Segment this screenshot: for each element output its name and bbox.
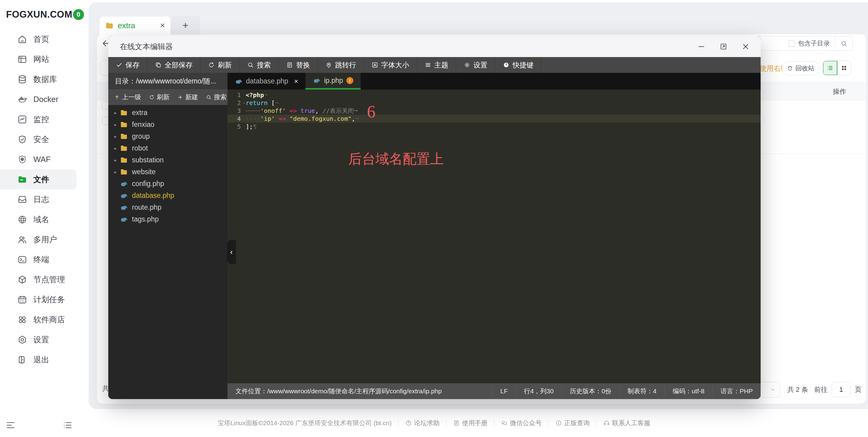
editor-tab-ip.php[interactable]: ip.php! — [305, 73, 361, 90]
new-tab-button[interactable]: + — [171, 16, 200, 35]
caret-right-icon[interactable]: ▸ — [114, 134, 120, 139]
sidebar-item-label: 软件商店 — [33, 314, 65, 325]
tree-item-fenxiao[interactable]: ▸fenxiao — [108, 119, 227, 130]
footer-link-service[interactable]: 联系人工客服 — [603, 419, 650, 427]
tab-extra[interactable]: extra × — [99, 16, 171, 35]
users-icon — [17, 235, 27, 244]
sidebar-item-logout[interactable]: 退出 — [0, 350, 82, 370]
recycle-bin-button[interactable]: 回收站 — [782, 61, 819, 75]
dialog-titlebar: 在线文本编辑器 — [108, 36, 761, 57]
footer-link-label: 正版查询 — [564, 419, 590, 427]
tree-item-website[interactable]: ▸website — [108, 166, 227, 178]
close-tab-icon[interactable]: × — [160, 21, 165, 30]
editor-toolbar-theme-button[interactable]: 主题 — [417, 57, 456, 73]
sidebar-item-domain[interactable]: 域名 — [0, 209, 82, 229]
code-token: [ — [271, 99, 275, 107]
footer-link-manual[interactable]: 使用手册 — [453, 419, 487, 427]
footer-link-license[interactable]: 正版查询 — [555, 419, 590, 427]
close-icon[interactable] — [742, 42, 750, 51]
tree-item-name: database.php — [132, 192, 174, 200]
sidebar-item-settings[interactable]: 设置 — [0, 329, 82, 350]
collapse-tree-handle[interactable]: ‹ — [227, 240, 236, 264]
minimize-icon[interactable] — [697, 42, 706, 51]
editor-toolbar-check-button[interactable]: 保存 — [108, 57, 147, 73]
list-mode-icon[interactable] — [61, 420, 74, 430]
code-area[interactable]: 1<?php¬2▾return [¬3────'onoff' => true, … — [227, 90, 761, 383]
sidebar-item-terminal[interactable]: 终端 — [0, 250, 82, 269]
sidebar-item-database[interactable]: 数据库 — [0, 69, 82, 89]
tree-item-database.php[interactable]: database.php — [108, 190, 227, 202]
tree-item-tags.php[interactable]: tags.php — [108, 213, 227, 225]
page-unit: 页 — [855, 385, 861, 394]
collapse-sidebar-icon[interactable] — [4, 420, 17, 430]
tree-item-name: route.php — [132, 203, 161, 211]
ops-column-header: 操作 — [833, 82, 846, 101]
sidebar-item-docker[interactable]: Docker — [0, 89, 82, 109]
tree-item-name: substation — [132, 156, 164, 164]
close-file-icon[interactable]: × — [294, 77, 298, 86]
sidebar-item-users[interactable]: 多用户 — [0, 229, 82, 250]
editor-toolbar-refresh-button[interactable]: 刷新 — [200, 57, 240, 73]
editor-toolbar-saveall-button[interactable]: 全部保存 — [147, 57, 200, 73]
monitor-icon — [17, 114, 27, 124]
refresh-icon — [208, 62, 215, 68]
code-token — [297, 107, 301, 114]
editor-toolbar-replace-button[interactable]: 替换 — [279, 57, 318, 73]
sidebar-item-nodes[interactable]: 节点管理 — [0, 269, 82, 290]
trash-icon — [787, 65, 793, 71]
editor-toolbar: 保存全部保存刷新搜索替换跳转行字体大小主题设置快捷键 — [108, 57, 761, 73]
sidebar-item-cron[interactable]: 计划任务 — [0, 290, 82, 310]
toolbar-button-label: 快捷键 — [513, 60, 533, 70]
sidebar-item-files[interactable]: 文件 — [0, 169, 76, 190]
tree-item-name: extra — [132, 109, 147, 117]
tree-item-group[interactable]: ▸group — [108, 130, 227, 142]
sidebar-item-waf[interactable]: WAF — [0, 149, 82, 169]
caret-right-icon[interactable]: ▸ — [114, 146, 120, 151]
caret-right-icon[interactable]: ▸ — [114, 169, 120, 175]
status-segment: 编码：utf-8 — [664, 386, 712, 396]
sidebar-item-label: 计划任务 — [33, 294, 65, 305]
tree-item-config.php[interactable]: config.php — [108, 178, 227, 190]
tree-item-extra[interactable]: ▸extra — [108, 107, 227, 119]
list-view-button[interactable] — [823, 61, 837, 75]
logo: FOGXUN.COM 0 — [0, 0, 82, 29]
editor-toolbar-font-size-button[interactable]: 字体大小 — [364, 57, 417, 73]
sidebar-item-home[interactable]: 首页 — [0, 29, 82, 49]
total-count: 共 2 条 — [787, 385, 808, 394]
tree-item-robot[interactable]: ▸robot — [108, 142, 227, 154]
tree-toolbar-search-button[interactable]: 搜索 — [202, 93, 230, 101]
tree-toolbar-plus-button[interactable]: 新建 — [174, 93, 202, 101]
footer-link-label: 使用手册 — [462, 419, 487, 427]
footer-link-question[interactable]: 论坛求助 — [405, 419, 439, 427]
fold-caret-icon[interactable]: ▾ — [243, 99, 245, 107]
tree-item-route.php[interactable]: route.php — [108, 202, 227, 213]
sidebar-item-security[interactable]: 安全 — [0, 129, 82, 149]
sidebar-item-logs[interactable]: 日志 — [0, 190, 82, 209]
include-subdir-checkbox[interactable] — [788, 40, 795, 47]
php-icon — [235, 78, 243, 85]
caret-right-icon[interactable]: ▸ — [114, 110, 120, 116]
search-button[interactable] — [835, 36, 852, 50]
hotkey-icon — [503, 62, 509, 68]
sidebar-item-monitor[interactable]: 监控 — [0, 109, 82, 129]
editor-toolbar-hotkey-button[interactable]: 快捷键 — [495, 57, 541, 73]
caret-right-icon[interactable]: ▸ — [114, 122, 120, 127]
code-line-2: 2▾return [¬ — [227, 99, 761, 107]
tree-toolbar-arrow-up-button[interactable]: 上一级 — [110, 93, 145, 101]
editor-toolbar-gear-button[interactable]: 设置 — [456, 57, 495, 73]
code-token: true — [301, 107, 315, 114]
maximize-icon[interactable] — [719, 42, 727, 51]
editor-tab-database.php[interactable]: database.php× — [227, 73, 305, 90]
editor-toolbar-search-button[interactable]: 搜索 — [240, 57, 279, 73]
caret-right-icon[interactable]: ▸ — [114, 157, 120, 163]
line-number: 2▾ — [227, 99, 246, 107]
page-number-input[interactable] — [832, 382, 850, 397]
toolbar-button-label: 搜索 — [257, 60, 271, 70]
tree-item-substation[interactable]: ▸substation — [108, 154, 227, 166]
grid-view-button[interactable] — [837, 61, 851, 75]
sidebar-item-appstore[interactable]: 软件商店 — [0, 310, 82, 329]
footer-link-wechat[interactable]: 微信公众号 — [501, 419, 542, 427]
sidebar-item-site[interactable]: 网站 — [0, 49, 82, 69]
tree-toolbar-refresh-button[interactable]: 刷新 — [145, 93, 174, 101]
editor-toolbar-goto-line-button[interactable]: 跳转行 — [318, 57, 364, 73]
